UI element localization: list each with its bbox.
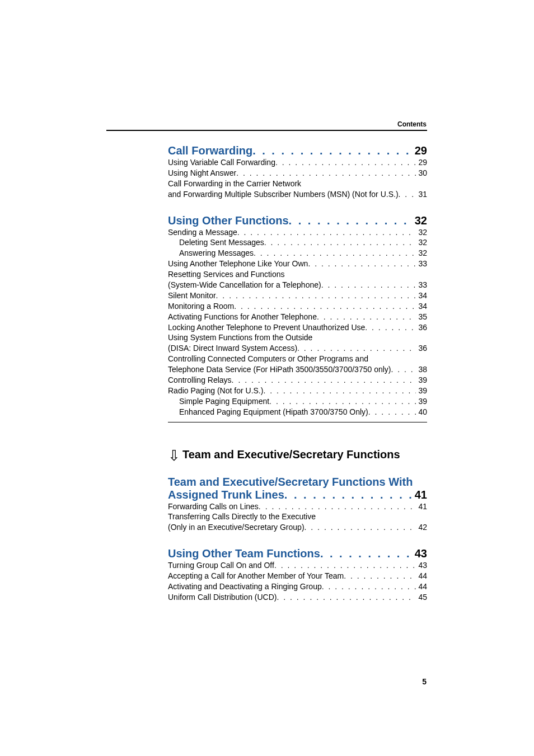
entry-title: Using Another Telephone Like Your Own (168, 259, 308, 269)
toc-entry[interactable]: Using Night Answer . . . . . . . . . . .… (168, 168, 427, 179)
toc-entry[interactable]: Activating Functions for Another Telepho… (168, 312, 427, 322)
divider (168, 422, 427, 422)
toc-entry[interactable]: Locking Another Telephone to Prevent Una… (168, 322, 427, 333)
toc-entry[interactable]: Turning Group Call On and Off . . . . . … (168, 560, 427, 571)
entry-title: Simple Paging Equipment (179, 396, 269, 407)
arrow-down-icon: ⇩ (168, 448, 182, 463)
section-heading-team-exec-lines[interactable]: Team and Executive/Secretary Functions W… (168, 476, 427, 501)
leader-dots: . . . . . . . . . . . . . . . . . . . . … (289, 214, 413, 227)
entry-page: 33 (416, 280, 427, 290)
toc-entry[interactable]: Monitoring a Room . . . . . . . . . . . … (168, 301, 427, 312)
toc-entry[interactable]: Controlling Connected Computers or Other… (168, 354, 427, 375)
entry-page: 32 (416, 237, 427, 248)
entry-title: Radio Paging (Not for U.S.) (168, 386, 263, 396)
entry-title: Activating and Deactivating a Ringing Gr… (168, 581, 322, 592)
entry-page: 45 (416, 592, 427, 603)
entry-title: Accepting a Call for Another Member of Y… (168, 571, 344, 581)
toc-entry[interactable]: Forwarding Calls on Lines . . . . . . . … (168, 501, 427, 512)
leader-dots: . . . . . . . . . . . . . . . . . . . . … (365, 322, 416, 333)
entry-title-line1: Controlling Connected Computers or Other… (168, 354, 368, 364)
toc-entry[interactable]: Enhanced Paging Equipment (Hipath 3700/3… (168, 407, 427, 417)
entry-page: 34 (416, 301, 427, 312)
leader-dots: . . . . . . . . . . . . . . . . . . . . … (284, 489, 413, 501)
leader-dots: . . . . . . . . . . . . . . . . . . . . … (320, 547, 413, 560)
entry-page: 32 (416, 227, 427, 238)
section-page: 41 (413, 489, 427, 501)
section-title: Using Other Team Functions (168, 547, 320, 560)
chapter-heading-team-exec: ⇩ Team and Executive/Secretary Functions (168, 446, 427, 461)
page: Contents Call Forwarding . . . . . . . .… (0, 0, 534, 756)
entry-title: Activating Functions for Another Telepho… (168, 312, 317, 322)
toc-entry[interactable]: Deleting Sent Messages . . . . . . . . .… (168, 237, 427, 248)
chapter-title: Team and Executive/Secretary Functions (182, 448, 400, 461)
toc-entry[interactable]: Answering Messages . . . . . . . . . . .… (168, 248, 427, 259)
entry-title: Sending a Message (168, 227, 237, 238)
entry-title: Turning Group Call On and Off (168, 560, 274, 571)
leader-dots: . . . . . . . . . . . . . . . . . . . . … (234, 301, 416, 312)
leader-dots: . . . . . . . . . . . . . . . . . . . . … (321, 280, 416, 290)
entry-title: Controlling Relays (168, 375, 232, 386)
leader-dots: . . . . . . . . . . . . . . . . . . . . … (254, 248, 416, 259)
leader-dots: . . . . . . . . . . . . . . . . . . . . … (297, 343, 416, 354)
toc-entry[interactable]: Controlling Relays . . . . . . . . . . .… (168, 375, 427, 386)
entry-page: 30 (416, 168, 427, 179)
leader-dots: . . . . . . . . . . . . . . . . . . . . … (264, 237, 416, 248)
toc-entry[interactable]: Silent Monitor . . . . . . . . . . . . .… (168, 290, 427, 301)
entry-page: 42 (416, 522, 427, 533)
entry-page: 32 (416, 248, 427, 259)
toc-entry[interactable]: Using Variable Call Forwarding . . . . .… (168, 157, 427, 168)
entry-title: Silent Monitor (168, 290, 216, 301)
section-page: 32 (413, 214, 427, 227)
entry-title: Answering Messages (179, 248, 254, 259)
leader-dots: . . . . . . . . . . . . . . . . . . . . … (308, 259, 416, 269)
entry-title-line2: Telephone Data Service (For HiPath 3500/… (168, 364, 391, 375)
section-heading-other-team[interactable]: Using Other Team Functions . . . . . . .… (168, 547, 427, 560)
entry-title-line1: Resetting Services and Functions (168, 269, 285, 280)
entry-title: Locking Another Telephone to Prevent Una… (168, 322, 365, 333)
entry-page: 39 (416, 375, 427, 386)
toc-entry[interactable]: Sending a Message . . . . . . . . . . . … (168, 227, 427, 238)
entry-page: 29 (416, 157, 427, 168)
toc-entry[interactable]: Call Forwarding in the Carrier Network a… (168, 179, 427, 200)
toc-content: Call Forwarding . . . . . . . . . . . . … (168, 140, 427, 603)
entry-page: 31 (416, 189, 427, 200)
leader-dots: . . . . . . . . . . . . . . . . . . . . … (317, 312, 416, 322)
toc-entry[interactable]: Accepting a Call for Another Member of Y… (168, 571, 427, 581)
entry-title: Using Variable Call Forwarding (168, 157, 275, 168)
entry-title-line2: (Only in an Executive/Secretary Group) (168, 522, 305, 533)
entry-title-line2: (DISA: Direct Inward System Access) (168, 343, 297, 354)
entry-page: 33 (416, 259, 427, 269)
toc-entry[interactable]: Using System Functions from the Outside … (168, 332, 427, 354)
leader-dots: . . . . . . . . . . . . . . . . . . . . … (259, 501, 416, 512)
toc-entry[interactable]: Activating and Deactivating a Ringing Gr… (168, 581, 427, 592)
entry-page: 34 (416, 290, 427, 301)
section-heading-other-functions[interactable]: Using Other Functions . . . . . . . . . … (168, 214, 427, 227)
header-rule (106, 130, 427, 131)
toc-entry[interactable]: Radio Paging (Not for U.S.) . . . . . . … (168, 386, 427, 396)
entry-page: 44 (416, 571, 427, 581)
leader-dots: . . . . . . . . . . . . . . . . . . . . … (275, 157, 416, 168)
entry-page: 39 (416, 386, 427, 396)
entry-title: Forwarding Calls on Lines (168, 501, 259, 512)
leader-dots: . . . . . . . . . . . . . . . . . . . . … (216, 290, 416, 301)
toc-entry[interactable]: Using Another Telephone Like Your Own . … (168, 259, 427, 269)
entry-page: 43 (416, 560, 427, 571)
leader-dots: . . . . . . . . . . . . . . . . . . . . … (399, 189, 416, 200)
toc-entry[interactable]: Transferring Calls Directly to the Execu… (168, 511, 427, 533)
leader-dots: . . . . . . . . . . . . . . . . . . . . … (269, 396, 416, 407)
toc-entry[interactable]: Uniform Call Distribution (UCD) . . . . … (168, 592, 427, 603)
leader-dots: . . . . . . . . . . . . . . . . . . . . … (236, 168, 416, 179)
header-label: Contents (397, 120, 427, 128)
entry-page: 39 (416, 396, 427, 407)
entry-title: Uniform Call Distribution (UCD) (168, 592, 277, 603)
section-title-line1: Team and Executive/Secretary Functions W… (168, 476, 427, 489)
entry-title-line1: Call Forwarding in the Carrier Network (168, 179, 301, 189)
entry-page: 35 (416, 312, 427, 322)
leader-dots: . . . . . . . . . . . . . . . . . . . . … (263, 386, 416, 396)
toc-entry[interactable]: Simple Paging Equipment . . . . . . . . … (168, 396, 427, 407)
entry-title: Using Night Answer (168, 168, 236, 179)
leader-dots: . . . . . . . . . . . . . . . . . . . . … (252, 144, 413, 157)
section-title: Using Other Functions (168, 214, 289, 227)
section-heading-call-forwarding[interactable]: Call Forwarding . . . . . . . . . . . . … (168, 144, 427, 157)
toc-entry[interactable]: Resetting Services and Functions (System… (168, 269, 427, 290)
